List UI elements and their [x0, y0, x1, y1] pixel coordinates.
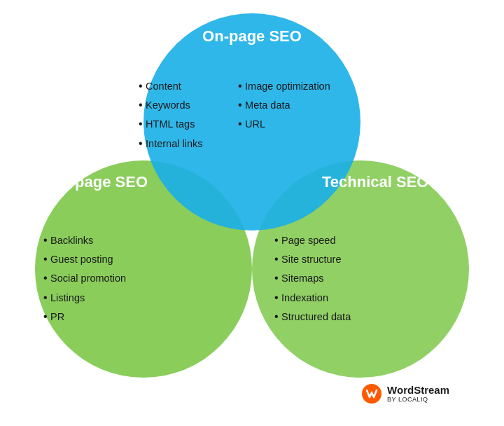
venn-diagram: On-page SEO Off-page SEO Technical SEO C… [14, 6, 490, 420]
off-page-label: Off-page SEO [35, 173, 175, 191]
on-page-label: On-page SEO [144, 27, 360, 46]
technical-items: Page speed Site structure Sitemaps Index… [274, 231, 351, 326]
wordstream-text: WordStream by LOCALIQ [387, 385, 449, 404]
on-page-items-right: Image optimization Meta data URL [238, 76, 330, 134]
on-page-items-left: Content Keywords HTML tags Internal link… [139, 76, 202, 153]
wordstream-logo: WordStream by LOCALIQ [361, 383, 449, 404]
wordstream-icon [361, 383, 382, 404]
off-page-items: Backlinks Guest posting Social promotion… [43, 231, 126, 326]
technical-label: Technical SEO [315, 173, 469, 191]
